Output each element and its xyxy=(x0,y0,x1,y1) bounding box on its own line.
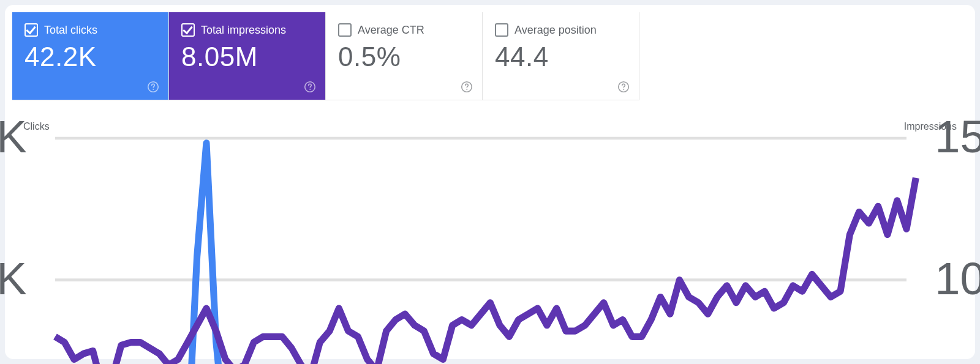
metric-label: Total clicks xyxy=(44,24,97,37)
y-left-tick: 1.2K xyxy=(0,253,27,304)
y-right-tick: 100K xyxy=(935,253,980,304)
metric-value: 8.05M xyxy=(181,42,313,72)
svg-point-3 xyxy=(309,89,311,90)
checkbox-icon[interactable] xyxy=(495,23,508,37)
svg-point-1 xyxy=(153,89,154,90)
metric-label: Average CTR xyxy=(358,24,424,37)
metric-tile-ctr[interactable]: Average CTR0.5% xyxy=(326,12,483,100)
metric-tile-clicks[interactable]: Total clicks42.2K xyxy=(12,12,169,100)
help-icon[interactable] xyxy=(617,80,630,94)
y-right-tick: 150K xyxy=(935,111,980,162)
metric-label: Average position xyxy=(514,24,597,37)
checkbox-icon[interactable] xyxy=(24,23,38,37)
chart: Clicks Impressions 1.8K1.2K6000150K100K5… xyxy=(23,121,957,341)
checkbox-icon[interactable] xyxy=(338,23,352,37)
checkbox-icon[interactable] xyxy=(181,23,195,37)
y-axis-left-title: Clicks xyxy=(23,121,50,132)
metric-value: 44.4 xyxy=(495,42,627,72)
metric-tiles: Total clicks42.2KTotal impressions8.05MA… xyxy=(12,12,639,100)
y-left-tick: 1.8K xyxy=(0,111,27,162)
series-impressions xyxy=(55,178,916,364)
chart-plot[interactable]: 1.8K1.2K6000150K100K50K017/06/202427/06/… xyxy=(55,138,907,364)
help-icon[interactable] xyxy=(460,80,473,94)
metric-label: Total impressions xyxy=(201,24,286,37)
metric-tile-position[interactable]: Average position44.4 xyxy=(483,12,639,100)
metric-value: 0.5% xyxy=(338,42,470,72)
help-icon[interactable] xyxy=(146,80,160,94)
metric-value: 42.2K xyxy=(24,42,156,72)
svg-point-5 xyxy=(466,89,467,90)
svg-point-7 xyxy=(623,89,624,90)
performance-panel: Total clicks42.2KTotal impressions8.05MA… xyxy=(5,5,975,359)
series-clicks xyxy=(55,143,916,364)
metric-tile-impressions[interactable]: Total impressions8.05M xyxy=(169,12,326,100)
help-icon[interactable] xyxy=(303,80,317,94)
